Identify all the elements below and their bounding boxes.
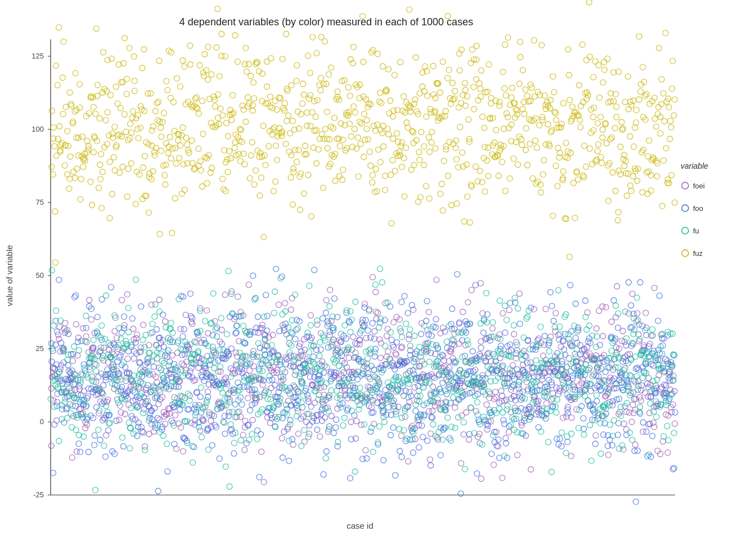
svg-point-3448 (314, 318, 320, 323)
svg-point-2448 (314, 427, 320, 433)
svg-point-546 (375, 122, 380, 128)
svg-point-294 (218, 106, 223, 111)
svg-point-2346 (250, 273, 256, 278)
svg-point-2646 (438, 452, 443, 458)
svg-point-2033 (55, 328, 60, 334)
svg-point-966 (638, 89, 644, 94)
svg-point-1670 (452, 405, 458, 411)
svg-point-451 (316, 147, 321, 152)
svg-point-562 (385, 126, 390, 132)
svg-point-2729 (489, 451, 494, 457)
svg-point-466 (325, 146, 330, 151)
svg-point-3203 (160, 433, 166, 439)
svg-point-873 (580, 42, 586, 47)
svg-point-415 (294, 78, 299, 84)
svg-point-416 (294, 159, 300, 165)
svg-point-876 (581, 174, 587, 180)
svg-point-529 (364, 126, 370, 132)
svg-point-1339 (246, 282, 251, 287)
svg-point-2413 (292, 336, 298, 342)
svg-point-3670 (452, 425, 458, 431)
svg-point-3674 (456, 415, 461, 420)
svg-point-897 (595, 148, 600, 154)
svg-point-619 (421, 143, 427, 149)
svg-point-3963 (635, 387, 641, 393)
svg-point-369 (264, 84, 270, 89)
svg-point-47 (63, 104, 69, 110)
svg-point-1359 (259, 449, 264, 454)
svg-point-1129 (114, 335, 120, 341)
svg-point-482 (335, 89, 340, 94)
svg-point-3349 (251, 297, 257, 303)
svg-point-741 (497, 100, 502, 105)
svg-point-3472 (328, 388, 334, 393)
svg-point-3762 (510, 382, 516, 388)
svg-point-948 (626, 106, 632, 112)
svg-point-898 (595, 120, 601, 126)
svg-point-3706 (475, 412, 480, 417)
svg-point-464 (324, 109, 330, 115)
svg-point-3904 (598, 451, 604, 457)
svg-point-410 (290, 118, 295, 124)
svg-point-88 (89, 202, 95, 208)
svg-point-3148 (126, 420, 132, 425)
svg-point-1915 (605, 452, 611, 458)
svg-point-3275 (206, 447, 212, 452)
svg-point-2115 (106, 428, 111, 433)
svg-point-2247 (188, 319, 194, 325)
svg-point-3185 (150, 321, 155, 327)
svg-point-2825 (549, 303, 555, 309)
svg-point-604 (411, 162, 417, 168)
svg-point-1747 (500, 310, 506, 316)
svg-point-61 (72, 109, 78, 114)
svg-point-2502 (348, 475, 353, 481)
svg-point-190 (153, 109, 159, 114)
svg-point-533 (367, 149, 372, 155)
svg-point-417 (294, 62, 300, 68)
svg-point-2274 (205, 394, 211, 400)
svg-point-571 (390, 136, 396, 142)
svg-point-2679 (458, 491, 464, 497)
svg-point-1765 (511, 331, 517, 337)
svg-point-3832 (554, 410, 559, 415)
svg-point-2907 (601, 359, 606, 364)
svg-point-3566 (388, 330, 394, 335)
svg-point-3263 (199, 385, 204, 390)
svg-point-2750 (502, 330, 508, 335)
svg-point-3643 (436, 429, 442, 435)
svg-point-450 (314, 97, 320, 103)
svg-point-146 (125, 137, 131, 143)
svg-point-624 (424, 114, 429, 119)
svg-point-168 (140, 65, 145, 71)
svg-point-812 (541, 158, 547, 163)
svg-point-2311 (228, 346, 234, 352)
svg-point-307 (226, 133, 231, 139)
svg-point-1409 (289, 295, 295, 301)
svg-point-28 (52, 143, 57, 149)
svg-point-234 (180, 58, 186, 64)
y-axis-ticks: -25 0 25 50 75 100 125 (32, 52, 51, 499)
svg-point-515 (356, 174, 361, 179)
svg-text:fuz: fuz (693, 249, 703, 258)
svg-point-110 (103, 118, 109, 123)
svg-point-2084 (87, 304, 92, 309)
svg-point-1696 (469, 287, 474, 293)
svg-point-3942 (623, 309, 628, 314)
svg-point-322 (235, 134, 241, 140)
svg-point-1732 (491, 462, 497, 467)
svg-point-455 (318, 87, 323, 93)
svg-point-3416 (294, 413, 299, 419)
svg-point-772 (517, 81, 523, 87)
svg-point-261 (197, 62, 202, 68)
svg-point-3584 (399, 334, 405, 340)
svg-point-2302 (222, 431, 228, 436)
svg-point-2625 (424, 298, 430, 304)
svg-point-634 (430, 64, 436, 69)
svg-point-921 (609, 134, 614, 140)
svg-point-3093 (93, 487, 98, 493)
svg-point-2582 (397, 448, 403, 454)
svg-point-232 (179, 191, 184, 196)
svg-point-71 (78, 176, 84, 182)
svg-point-2879 (583, 298, 588, 304)
svg-point-59 (71, 169, 76, 174)
